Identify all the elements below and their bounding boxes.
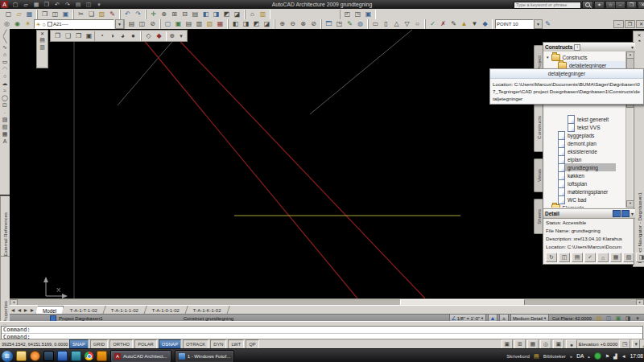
coordinates-readout[interactable]: 39254.1542, 64151.5169, 0.0000 (2, 342, 69, 347)
start-button[interactable]: ⊞ (2, 351, 13, 362)
mtext-icon[interactable] (1, 138, 9, 145)
open-icon[interactable] (14, 10, 24, 19)
restore-button[interactable]: ❐ (626, 1, 637, 9)
text-style-dropdown-arrow[interactable]: ▼ (534, 19, 543, 29)
polyline-icon[interactable] (1, 43, 9, 51)
dim-icon-3[interactable] (391, 20, 402, 29)
expander-icon[interactable]: ▾ (547, 55, 549, 60)
dim-icon-4[interactable] (402, 20, 412, 29)
header-collapse-icon[interactable]: ▾ (631, 44, 634, 50)
taskbar-app-photoviewer[interactable]: 1 - Windows Fotof... (175, 350, 234, 362)
isolate-icon-2[interactable] (154, 31, 164, 40)
home-icon[interactable]: ⌂ (597, 253, 609, 262)
aec-icon-2[interactable] (334, 20, 345, 29)
zoom-icon[interactable] (167, 31, 177, 40)
annotate-icon-2[interactable] (438, 20, 448, 29)
spline-icon[interactable] (1, 87, 9, 94)
revision-cloud-icon[interactable] (1, 80, 9, 87)
taskbar-app-icon-1[interactable] (43, 351, 54, 361)
table-view-icon[interactable]: ▦ (610, 253, 621, 262)
close-button[interactable]: ✕ (638, 1, 644, 9)
check-icon[interactable]: ✓ (584, 253, 596, 262)
orbit-icon-3[interactable] (118, 31, 128, 40)
infocenter-search-input[interactable] (514, 2, 581, 9)
markup-set-manager-icon[interactable] (232, 10, 242, 19)
red-diagonal-line-2[interactable] (169, 30, 425, 298)
style-icon-6[interactable] (215, 20, 225, 29)
stub-icon-1[interactable] (39, 36, 47, 43)
gradient-icon[interactable] (1, 123, 9, 130)
clock[interactable]: 17:08 (630, 353, 643, 359)
stub-close-icon[interactable]: ✕ (40, 31, 44, 36)
hatch-icon[interactable] (1, 116, 9, 123)
taskbar-media-icon[interactable] (30, 351, 40, 361)
line-icon[interactable] (1, 29, 9, 36)
tree-item-byggeplads[interactable]: byggeplads (558, 131, 625, 139)
gray-diagonal-line-2[interactable] (310, 30, 412, 114)
view-window-icon-1[interactable] (52, 31, 63, 40)
tree-item-tekst-generelt[interactable]: tekst generelt (568, 115, 625, 123)
circle-icon[interactable] (1, 72, 9, 80)
red-diagonal-line-1[interactable] (135, 30, 357, 298)
taskbar-app-autocad[interactable]: A AutoCAD Architect... (110, 350, 171, 362)
detail-button-1[interactable] (613, 210, 621, 217)
search-icon[interactable] (582, 1, 593, 9)
calculator-icon[interactable] (258, 10, 268, 19)
style-icon-5[interactable] (204, 20, 215, 29)
aec-icon-3[interactable] (345, 20, 355, 29)
designcenter-icon[interactable] (200, 10, 211, 19)
detail-collapse-icon[interactable]: ▾ (631, 211, 634, 216)
aec-icon-1[interactable] (324, 20, 334, 29)
redo-icon[interactable] (133, 10, 143, 19)
polygon-icon[interactable] (1, 51, 9, 58)
content-browser-icon[interactable] (247, 10, 258, 19)
style-edit-icon[interactable] (543, 20, 553, 29)
refresh-icon[interactable]: ↻ (546, 253, 557, 262)
tree-item-koekken[interactable]: køkken (558, 171, 625, 179)
layer-dropdown[interactable]: A21---- (34, 19, 114, 29)
action-center-flag-icon[interactable]: ⚑ (605, 353, 609, 359)
tree-item-tekst-vvs[interactable]: tekst VVS (568, 123, 625, 131)
annotate-icon-6[interactable] (480, 20, 490, 29)
annotate-icon-1[interactable] (427, 20, 438, 29)
project-navigator-titlebar[interactable]: ✕ ◂ Project Navigator - Døgnbasen1 (633, 31, 644, 267)
view-icon-2[interactable] (241, 20, 251, 29)
layer-off-icon[interactable] (147, 20, 158, 29)
taskbar-toolbar-skrivebord[interactable]: Skrivebord (506, 354, 530, 359)
style-icon-2[interactable] (173, 20, 184, 29)
view-icon-3[interactable] (251, 20, 262, 29)
tree-item-loftsplan[interactable]: loftsplan (558, 179, 625, 187)
cut-icon[interactable] (76, 10, 86, 19)
detail-button-2[interactable] (621, 210, 630, 217)
next-tab-icon[interactable] (23, 306, 29, 314)
modify-icon-1[interactable] (277, 20, 287, 29)
annotate-icon-5[interactable] (469, 20, 480, 29)
undo-icon[interactable] (122, 10, 133, 19)
modify-icon-4[interactable] (308, 20, 319, 29)
communication-center-icon[interactable]: ✶ (594, 1, 605, 9)
new-icon[interactable] (3, 10, 14, 19)
help-icon[interactable] (363, 10, 374, 19)
publish-icon[interactable] (60, 10, 71, 19)
zoom-realtime-icon[interactable] (159, 10, 169, 19)
modify-icon-2[interactable] (287, 20, 298, 29)
workspace-icon[interactable] (342, 10, 353, 19)
plot-preview-icon[interactable] (50, 10, 60, 19)
tree-item-demont-plan[interactable]: demont.plan (558, 139, 625, 147)
taskbar-explorer-icon[interactable] (16, 351, 27, 361)
view-icon-4[interactable] (262, 20, 272, 29)
layer-properties-icon[interactable] (2, 20, 12, 29)
toolbar-more-icon[interactable] (177, 32, 185, 39)
drawing-close-button[interactable]: ✕ (636, 20, 644, 28)
match-properties-icon[interactable] (107, 10, 118, 19)
elevation-value[interactable]: +0.0000 (601, 342, 618, 347)
style-icon-4[interactable] (194, 20, 204, 29)
annotate-icon-3[interactable] (448, 20, 459, 29)
tray-expand-icon[interactable]: ▴ (588, 354, 590, 359)
tree-item-elements[interactable]: ▸ Elements (547, 204, 625, 208)
language-indicator[interactable]: DA (576, 353, 584, 359)
project-tools-icon[interactable]: ▤ (572, 253, 583, 262)
copy-icon[interactable] (86, 10, 97, 19)
ellipse-icon[interactable] (1, 94, 9, 101)
publish-web-icon[interactable] (355, 20, 365, 29)
